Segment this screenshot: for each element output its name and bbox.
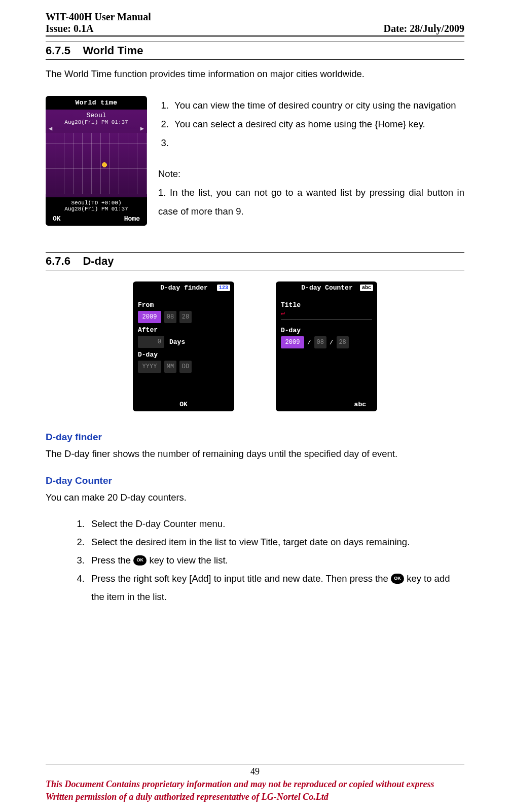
doc-title: WIT-400H User Manual	[46, 11, 151, 23]
counter-day-field[interactable]: 28	[337, 336, 349, 348]
input-mode-abc-icon: abc	[360, 285, 373, 291]
finder-title: D-day finder	[160, 284, 208, 292]
wt-softkey-ok[interactable]: OK	[53, 215, 61, 223]
from-day-field[interactable]: 28	[179, 311, 192, 323]
dday-finder-body: The D-day finer shows the number of rema…	[46, 446, 464, 462]
slash-1: /	[307, 339, 311, 346]
doc-issue: Issue: 0.1A	[46, 23, 151, 34]
counter-step-2: Select the desired item in the list to v…	[87, 533, 464, 551]
doc-date: Date: 28/July/2009	[384, 23, 464, 34]
ok-key-icon: OK	[133, 555, 147, 566]
wt-date-bottom: Aug28(Fri) PM 01:37	[46, 206, 147, 212]
counter-step-1: Select the D-day Counter menu.	[87, 515, 464, 533]
header-rule	[46, 36, 464, 37]
dday-finder-heading: D-day finder	[46, 432, 464, 443]
step-1: You can view the time of desired country…	[171, 96, 464, 115]
note-body: 1. In the list, you can not go to a want…	[158, 183, 464, 221]
after-days-field[interactable]: 0	[138, 336, 164, 348]
days-unit: Days	[169, 338, 185, 346]
dday-day-field: DD	[179, 361, 192, 373]
world-time-steps: You can view the time of desired country…	[158, 96, 464, 152]
wt-city: Seoul	[46, 112, 147, 119]
dday-year-field: YYYY	[138, 361, 161, 373]
wt-title: World time	[46, 96, 147, 110]
input-mode-123-icon: 123	[217, 285, 230, 291]
dday-counter-intro: You can make 20 D-day counters.	[46, 489, 464, 505]
dday-counter-heading: D-day Counter	[46, 475, 464, 486]
section-title-dday: D-day	[83, 255, 114, 267]
section-number-676: 6.7.6	[46, 255, 70, 267]
world-time-intro: The World Time function provides time in…	[46, 66, 464, 82]
from-year-field[interactable]: 2009	[138, 311, 161, 323]
title-field-label: Title	[281, 301, 372, 309]
counter-month-field[interactable]: 08	[314, 336, 326, 348]
cursor-enter-icon: ↵	[281, 309, 372, 317]
finder-softkey-ok[interactable]: OK	[133, 399, 234, 411]
screenshot-dday-counter: D-day Counter abc Title ↵ D-day 2009 / 0…	[276, 281, 377, 411]
counter-step-3: Press the OK key to view the list.	[87, 551, 464, 570]
wt-softkey-home[interactable]: Home	[124, 215, 140, 223]
dday-result-label: D-day	[138, 351, 229, 359]
after-label: After	[138, 326, 229, 334]
footer-line-1: This Document Contains proprietary infor…	[46, 778, 464, 790]
ok-key-icon-2: OK	[391, 574, 404, 584]
nav-left-icon[interactable]: ◀	[49, 125, 52, 132]
from-label: From	[138, 301, 229, 309]
footer-line-2: Written permission of a duly authorized …	[46, 791, 464, 803]
note-label: Note:	[158, 164, 464, 183]
dday-counter-steps: Select the D-day Counter menu. Select th…	[46, 515, 464, 606]
step-3	[171, 133, 464, 152]
counter-step-4: Press the right soft key [Add] to input …	[87, 570, 464, 606]
counter-title: D-day Counter	[301, 284, 352, 292]
screenshot-world-time: World time Seoul Aug28(Fri) PM 01:37 ◀ ▶…	[46, 96, 147, 226]
counter-year-field[interactable]: 2009	[281, 336, 304, 348]
wt-tz: Seoul(TD +0:00)	[46, 200, 147, 206]
counter-dday-label: D-day	[281, 327, 372, 334]
section-title-world-time: World Time	[83, 44, 143, 57]
screenshot-dday-finder: D-day finder 123 From 2009 08 28 After 0…	[133, 281, 234, 411]
dday-month-field: MM	[164, 361, 176, 373]
counter-softkey-abc[interactable]: abc	[354, 401, 366, 408]
footer-rule	[46, 764, 464, 764]
slash-2: /	[330, 339, 334, 346]
from-month-field[interactable]: 08	[164, 311, 176, 323]
step-2: You can select a desired city as home us…	[171, 115, 464, 133]
section-number-675: 6.7.5	[46, 44, 70, 57]
page-number: 49	[46, 766, 464, 777]
nav-right-icon[interactable]: ▶	[140, 125, 144, 132]
